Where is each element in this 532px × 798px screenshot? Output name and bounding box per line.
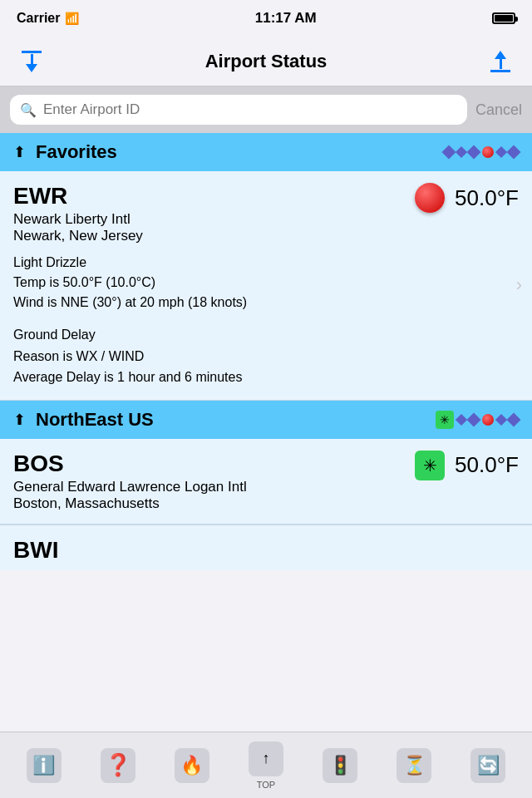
ewr-delay-reason: Reason is WX / WIND	[13, 346, 519, 367]
airport-card-bos[interactable]: BOS General Edward Lawrence Logan Intl B…	[0, 439, 532, 525]
diamond-icon-8	[495, 414, 507, 426]
search-input[interactable]	[43, 101, 457, 118]
bos-name: General Edward Lawrence Logan Intl	[13, 479, 247, 495]
status-right	[492, 12, 515, 24]
ewr-temperature: 50.0°F	[455, 185, 519, 211]
ewr-status: 50.0°F	[415, 183, 519, 213]
top-icon: ↑	[249, 741, 283, 776]
cancel-button[interactable]: Cancel	[475, 98, 522, 122]
red-circle-icon-2	[482, 414, 494, 426]
bos-info: BOS General Edward Lawrence Logan Intl B…	[13, 451, 247, 512]
diamond-icon-5	[507, 145, 521, 160]
status-time: 11:17 AM	[255, 10, 317, 27]
bos-header: BOS General Edward Lawrence Logan Intl B…	[13, 451, 519, 512]
ewr-code: EWR	[13, 183, 143, 209]
tab-hourglass[interactable]: ⏳	[377, 748, 451, 783]
upload-button[interactable]	[482, 43, 519, 80]
tab-help[interactable]: ❓	[81, 748, 155, 783]
bos-status-icon: ✳	[415, 451, 445, 480]
ewr-delay: Ground Delay Reason is WX / WIND Average…	[13, 324, 519, 388]
ewr-name: Newark Liberty Intl	[13, 211, 143, 228]
info-icon: ℹ️	[27, 748, 62, 783]
content-area: ⬆ Favorites EWR Newark Liberty Intl Newa…	[0, 133, 532, 736]
carrier-label: Carrier	[17, 11, 60, 26]
diamond-icon-2	[456, 146, 467, 158]
diamond-icon-6	[456, 414, 467, 426]
refresh-icon: 🔄	[470, 748, 505, 783]
page-title: Airport Status	[205, 51, 328, 72]
traffic-icon: 🚦	[323, 748, 357, 783]
search-bar-container: 🔍 Cancel	[0, 86, 532, 133]
bwi-code: BWI	[13, 537, 519, 564]
status-bar: Carrier 📶 11:17 AM	[0, 0, 532, 37]
tab-traffic[interactable]: 🚦	[303, 748, 377, 783]
northeast-section-header: ⬆ NorthEast US ✳	[0, 401, 532, 439]
diamond-icon-1	[442, 145, 456, 160]
northeast-title: NorthEast US	[36, 409, 426, 431]
ewr-weather-wind: Wind is NNE (30°) at 20 mph (18 knots)	[13, 293, 519, 313]
search-icon: 🔍	[20, 102, 37, 118]
download-icon	[22, 51, 42, 72]
diamond-icon-4	[495, 146, 507, 158]
ewr-city: Newark, New Jersey	[13, 228, 143, 244]
ewr-header: EWR Newark Liberty Intl Newark, New Jers…	[13, 183, 519, 244]
bos-status: ✳ 50.0°F	[415, 451, 519, 480]
bos-city: Boston, Massachusetts	[13, 495, 247, 512]
northeast-status-icons: ✳	[436, 411, 519, 429]
ewr-chevron-icon: ›	[516, 274, 522, 296]
northeast-pin-icon: ⬆	[13, 411, 26, 429]
download-button[interactable]	[13, 43, 50, 80]
tab-bar: ℹ️ ❓ 🔥 ↑ TOP 🚦 ⏳ 🔄	[0, 732, 532, 798]
favorites-status-icons	[444, 146, 519, 158]
tab-top[interactable]: ↑ TOP	[229, 741, 303, 790]
upload-icon	[490, 51, 510, 72]
tab-refresh[interactable]: 🔄	[451, 748, 525, 783]
search-input-wrapper: 🔍	[10, 95, 467, 125]
favorites-title: Favorites	[36, 141, 434, 163]
status-left: Carrier 📶	[17, 11, 79, 26]
hourglass-icon: ⏳	[397, 748, 431, 783]
red-circle-icon-1	[482, 146, 494, 158]
tab-fire[interactable]: 🔥	[155, 748, 229, 783]
ewr-delay-average: Average Delay is 1 hour and 6 minutes	[13, 367, 519, 388]
ewr-status-dot	[415, 183, 445, 213]
diamond-icon-3	[467, 145, 481, 160]
bos-code: BOS	[13, 451, 247, 477]
favorites-section-header: ⬆ Favorites	[0, 133, 532, 171]
airport-card-ewr[interactable]: EWR Newark Liberty Intl Newark, New Jers…	[0, 171, 532, 401]
ewr-weather-temp: Temp is 50.0°F (10.0°C)	[13, 273, 519, 293]
tab-top-label: TOP	[257, 780, 275, 790]
nav-bar: Airport Status	[0, 37, 532, 86]
wifi-icon: 📶	[65, 12, 79, 25]
favorites-pin-icon: ⬆	[13, 143, 26, 161]
airport-card-bwi-partial[interactable]: BWI	[0, 525, 532, 570]
ewr-weather-condition: Light Drizzle	[13, 253, 519, 273]
fire-icon: 🔥	[175, 748, 209, 783]
help-icon: ❓	[101, 748, 135, 783]
diamond-icon-9	[507, 412, 521, 426]
ewr-delay-type: Ground Delay	[13, 324, 519, 346]
ewr-info: EWR Newark Liberty Intl Newark, New Jers…	[13, 183, 143, 244]
diamond-icon-7	[467, 412, 481, 426]
battery-icon	[492, 12, 515, 24]
green-star-icon: ✳	[436, 411, 454, 429]
bos-temperature: 50.0°F	[455, 452, 519, 478]
tab-info[interactable]: ℹ️	[7, 748, 81, 783]
ewr-weather: Light Drizzle Temp is 50.0°F (10.0°C) Wi…	[13, 253, 519, 313]
